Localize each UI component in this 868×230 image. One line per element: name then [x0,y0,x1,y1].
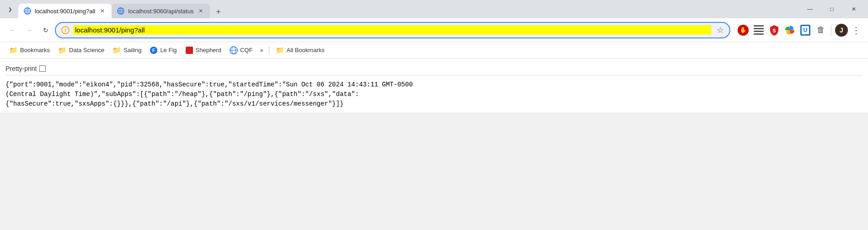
profile-avatar-btn[interactable]: J [834,23,849,37]
address-bar[interactable]: i localhost:9001/ping?all ☆ [55,22,730,38]
bookmark-label-sailing: Sailing [123,47,141,53]
bookmarks-overflow-btn[interactable]: » [257,45,266,55]
bookmark-item-all-bookmarks[interactable]: 📁 All Bookmarks [272,44,328,56]
tab-2[interactable]: localhost:9060/api/status ✕ [112,4,210,18]
stack-icon-btn[interactable] [751,23,766,37]
folder-icon: 📁 [58,46,67,54]
bookmark-label-cqf: CQF [240,47,252,53]
bookmark-label-bookmarks: Bookmarks [20,47,50,53]
tab-1-favicon [24,7,31,15]
tab-list: localhost:9001/ping?all ✕ localhost:9060… [18,0,798,18]
trash-icon: 🗑 [816,25,826,36]
toolbar-divider [831,25,831,36]
minimize-button[interactable]: — [799,0,820,18]
pretty-print-checkbox[interactable] [39,65,46,72]
tab-1-title: localhost:9001/ping?all [35,8,95,15]
more-options-btn[interactable]: ⋮ [850,23,863,37]
profile-avatar: J [835,24,848,37]
back-button[interactable]: ← [5,23,20,37]
window-controls: — □ ✕ [799,0,864,18]
bookmark-label-le-fig: Le Fig [160,47,177,53]
reload-button[interactable]: ↻ [38,23,53,37]
cqf-icon [230,46,238,54]
shield-icon-btn[interactable]: S [767,23,782,37]
pretty-print-bar: Pretty-print [5,62,863,75]
svg-text:S: S [772,28,776,33]
forward-button[interactable]: → [22,23,37,37]
colorful-icon-btn[interactable] [782,23,797,37]
colorful-pinwheel-icon [784,25,795,36]
overflow-chevron-icon: » [260,47,263,53]
bookmarks-bar: 📁 Bookmarks 📁 Data Science 📁 Sailing F L… [0,42,868,59]
bookmark-label-data-science: Data Science [69,47,104,53]
le-fig-icon: F [150,46,158,54]
tab-1-close-btn[interactable]: ✕ [99,7,106,15]
bookmark-item-le-fig[interactable]: F Le Fig [146,44,180,56]
tab-strip-expand-btn[interactable]: ❯ [4,3,16,16]
json-content: {"port":9001,"mode":"eikon4","pid":32568… [5,80,863,109]
bookmark-item-shepherd[interactable]: Shepherd [182,44,225,56]
red-circle-icon: ✋ [738,25,749,36]
shield-icon: S [769,25,779,36]
bookmark-label-shepherd: Shepherd [196,47,221,53]
maximize-button[interactable]: □ [821,0,842,18]
bookmark-item-sailing[interactable]: 📁 Sailing [109,44,145,56]
new-tab-button[interactable]: + [212,5,225,18]
nav-bar: ← → ↻ i localhost:9001/ping?all ☆ ✋ [0,18,868,42]
folder-icon: 📁 [113,46,121,54]
tab-2-close-btn[interactable]: ✕ [197,7,204,15]
address-info-icon: i [61,26,70,34]
tab-2-title: localhost:9060/api/status [128,8,193,15]
trash-icon-btn[interactable]: 🗑 [814,23,828,37]
folder-icon: 📁 [9,46,18,54]
svg-text:F: F [152,48,155,53]
avatar-initial: J [840,27,843,34]
bookmark-star-icon[interactable]: ☆ [717,25,724,35]
stack-icon [754,25,764,35]
svg-rect-12 [186,47,193,54]
chevron-down-icon: ❯ [8,7,12,12]
bookmark-item-bookmarks[interactable]: 📁 Bookmarks [5,44,54,56]
tab-1[interactable]: localhost:9001/ping?all ✕ [18,4,112,18]
all-bookmarks-label: All Bookmarks [287,47,325,53]
bookmarks-divider [269,46,269,55]
info-label: i [64,27,66,33]
bitwarden-icon-btn[interactable]: U [798,23,813,37]
u-shield-icon: U [800,25,810,36]
adblock-icon-btn[interactable]: ✋ [736,23,750,37]
close-button[interactable]: ✕ [843,0,864,18]
shepherd-icon [185,46,193,54]
title-bar: ❯ localhost:9001/ping?all ✕ [0,0,868,18]
tab-2-favicon [117,7,124,15]
content-area: Pretty-print {"port":9001,"mode":"eikon4… [0,59,868,112]
bookmark-item-cqf[interactable]: CQF [226,44,256,56]
bookmark-item-data-science[interactable]: 📁 Data Science [54,44,108,56]
address-text[interactable]: localhost:9001/ping?all [73,25,711,35]
toolbar-icons: ✋ S [736,23,863,37]
all-bookmarks-folder-icon: 📁 [276,46,284,54]
pretty-print-label: Pretty-print [5,65,37,72]
